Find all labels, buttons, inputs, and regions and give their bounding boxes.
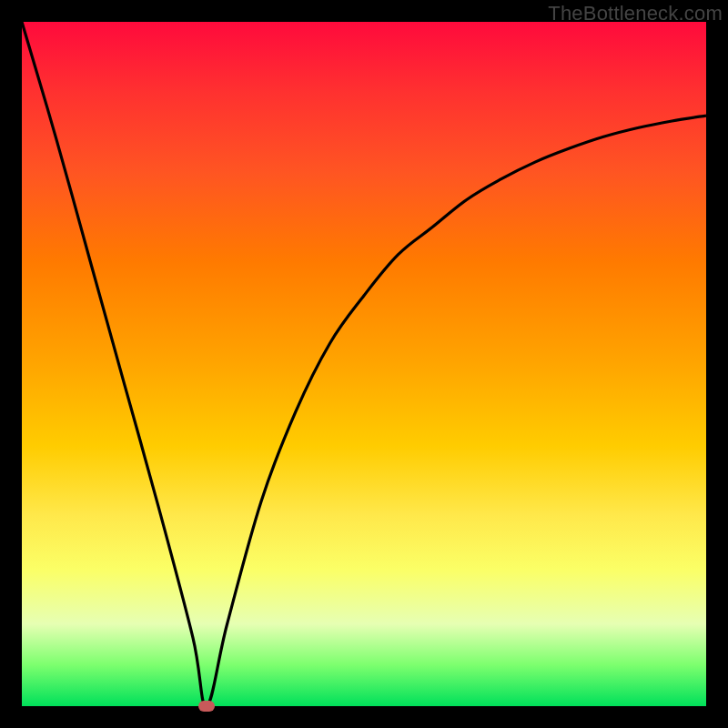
chart-frame: TheBottleneck.com — [0, 0, 728, 728]
bottleneck-curve — [22, 22, 706, 706]
curve-path — [22, 22, 706, 706]
optimum-marker — [198, 701, 215, 712]
plot-area — [22, 22, 706, 706]
watermark-text: TheBottleneck.com — [548, 2, 723, 25]
